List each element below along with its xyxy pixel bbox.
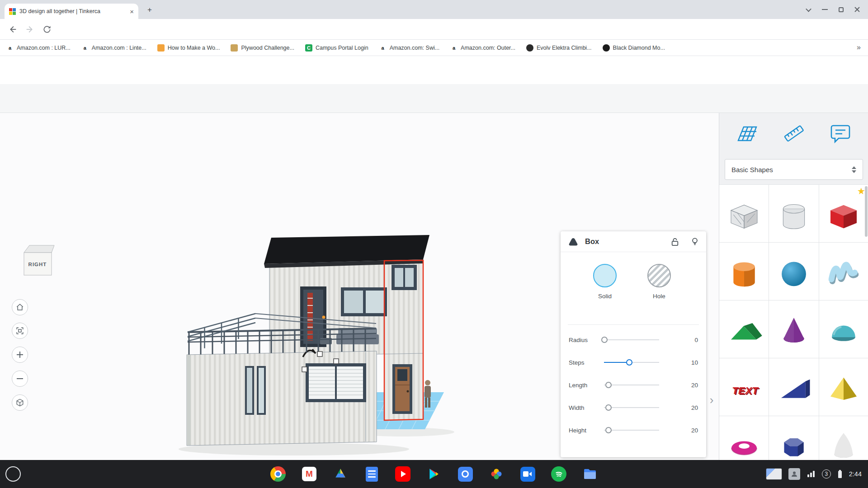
shelf-app-chrome[interactable]: [270, 466, 286, 482]
shelf-app-camera[interactable]: [457, 466, 473, 482]
shape-preview: [725, 426, 764, 460]
minimize-icon[interactable]: [816, 0, 833, 19]
zoom-out-button[interactable]: [12, 371, 28, 387]
hole-swatch: [647, 264, 671, 287]
bookmarks-overflow-icon[interactable]: »: [857, 43, 861, 52]
container-lower[interactable]: [187, 351, 377, 446]
shape-tile-pyramid[interactable]: [819, 358, 868, 416]
shape-tile-scribble[interactable]: [819, 243, 868, 300]
maximize-icon[interactable]: [833, 0, 849, 19]
slider-handle[interactable]: [605, 404, 612, 411]
property-label: Height: [569, 427, 604, 434]
shape-tile-wedge[interactable]: [769, 358, 818, 416]
bookmark-label: How to Make a Wo...: [168, 45, 220, 51]
perspective-toggle-button[interactable]: [12, 394, 28, 411]
shape-tile-polygon[interactable]: [769, 416, 818, 460]
solid-option[interactable]: Solid: [578, 264, 632, 300]
close-window-icon[interactable]: [849, 0, 865, 19]
bookmark-item[interactable]: Evolv Elektra Climbi...: [526, 44, 592, 52]
camera-icon: [458, 467, 473, 482]
view-cube[interactable]: RIGHT: [21, 242, 57, 280]
property-label: Width: [569, 404, 604, 411]
shape-preview: [824, 194, 863, 233]
collapse-inspector-icon[interactable]: [568, 237, 579, 247]
reload-button[interactable]: [40, 22, 54, 37]
notes-tool[interactable]: [827, 120, 854, 146]
launcher-button[interactable]: [5, 466, 21, 482]
slider-handle[interactable]: [626, 359, 632, 366]
property-slider[interactable]: [604, 427, 659, 434]
shape-tile-sphere[interactable]: [769, 243, 818, 300]
shape-properties: Radius0Steps10Length20Width20Height20: [561, 325, 706, 441]
slider-handle[interactable]: [601, 337, 608, 343]
window-menu-icon[interactable]: [800, 0, 816, 19]
property-slider[interactable]: [604, 404, 659, 411]
bookmark-item[interactable]: aAmazon.com : Linte...: [81, 44, 146, 52]
bookmark-favicon: a: [379, 44, 387, 52]
container-house-model[interactable]: [149, 235, 475, 460]
shape-tile-roof[interactable]: [719, 300, 769, 358]
shape-tile-halfsphere[interactable]: [819, 300, 868, 358]
shape-tile-cone[interactable]: [769, 300, 818, 358]
shelf-app-play[interactable]: [426, 466, 442, 482]
inspector-header: Box: [561, 231, 706, 252]
collapse-panel-button[interactable]: ›: [705, 384, 718, 416]
property-value: 10: [659, 359, 698, 366]
back-button[interactable]: [5, 22, 20, 37]
browser-tab[interactable]: 3D design all together | Tinkerca ×: [5, 4, 138, 19]
shelf-app-files[interactable]: [582, 466, 598, 482]
property-slider[interactable]: [604, 381, 659, 389]
fit-view-button[interactable]: [12, 323, 28, 339]
shelf-app-youtube[interactable]: [395, 466, 411, 482]
3d-viewport[interactable]: RIGHT: [0, 113, 719, 460]
shape-tile-cylinder[interactable]: [719, 243, 769, 300]
bookmark-item[interactable]: aAmazon.com: Swi...: [379, 44, 439, 52]
tab-close-icon[interactable]: ×: [130, 8, 134, 15]
zoom-in-button[interactable]: [12, 347, 28, 363]
editor-toolbar: Import Export Send To: [0, 84, 868, 113]
scrollbar-thumb[interactable]: [865, 186, 868, 237]
shape-tile-box[interactable]: [719, 185, 769, 242]
bookmark-item[interactable]: Black Diamond Mo...: [603, 44, 665, 52]
photos-icon: [490, 467, 503, 481]
system-tray[interactable]: 3 2:44: [766, 465, 862, 483]
new-tab-button[interactable]: +: [145, 5, 155, 15]
solid-swatch: [593, 264, 617, 287]
hide-shape-bulb-icon[interactable]: [691, 237, 699, 246]
shape-tile-text3d[interactable]: TEXTTEXT: [719, 358, 769, 416]
bookmark-item[interactable]: Plywood Challenge...: [231, 44, 294, 52]
shelf-app-gmail[interactable]: M: [301, 466, 317, 482]
slider-handle[interactable]: [605, 382, 612, 388]
home-view-button[interactable]: [12, 299, 28, 315]
slider-handle[interactable]: [605, 427, 612, 433]
shape-tile-box[interactable]: ★: [819, 185, 868, 242]
shape-tile-paraboloid[interactable]: [819, 416, 868, 460]
property-value: 20: [659, 404, 698, 411]
workplane-tool[interactable]: [734, 120, 760, 146]
container-tower-lower[interactable]: [384, 353, 423, 420]
shape-category-dropdown[interactable]: Basic Shapes: [725, 159, 863, 180]
shape-tile-cylinder[interactable]: [769, 185, 818, 242]
favorite-star-icon[interactable]: ★: [857, 186, 865, 197]
lock-icon[interactable]: [671, 237, 679, 246]
ruler-tool[interactable]: [781, 120, 807, 146]
shelf-app-meet[interactable]: [519, 466, 536, 482]
property-slider[interactable]: [604, 359, 659, 366]
bookmark-item[interactable]: aAmazon.com : LUR...: [6, 44, 71, 52]
shelf-app-drive[interactable]: [332, 466, 349, 482]
play-store-icon: [428, 467, 440, 481]
shelf-app-docs[interactable]: [363, 466, 380, 482]
bookmark-item[interactable]: CCampus Portal Login: [305, 44, 368, 52]
shelf-app-photos[interactable]: [488, 466, 505, 482]
bookmark-favicon: C: [305, 44, 312, 52]
hole-option[interactable]: Hole: [632, 264, 686, 300]
property-slider[interactable]: [604, 336, 659, 343]
profile-tray-icon[interactable]: [788, 468, 800, 480]
bookmark-item[interactable]: How to Make a Wo...: [157, 44, 220, 52]
bookmark-item[interactable]: aAmazon.com: Outer...: [450, 44, 515, 52]
shelf-app-spotify[interactable]: [551, 466, 567, 482]
shape-tile-torus[interactable]: [719, 416, 769, 460]
forward-button[interactable]: [23, 22, 37, 37]
property-row: Height20: [561, 419, 706, 441]
screen-capture-thumbnail[interactable]: [766, 468, 782, 480]
